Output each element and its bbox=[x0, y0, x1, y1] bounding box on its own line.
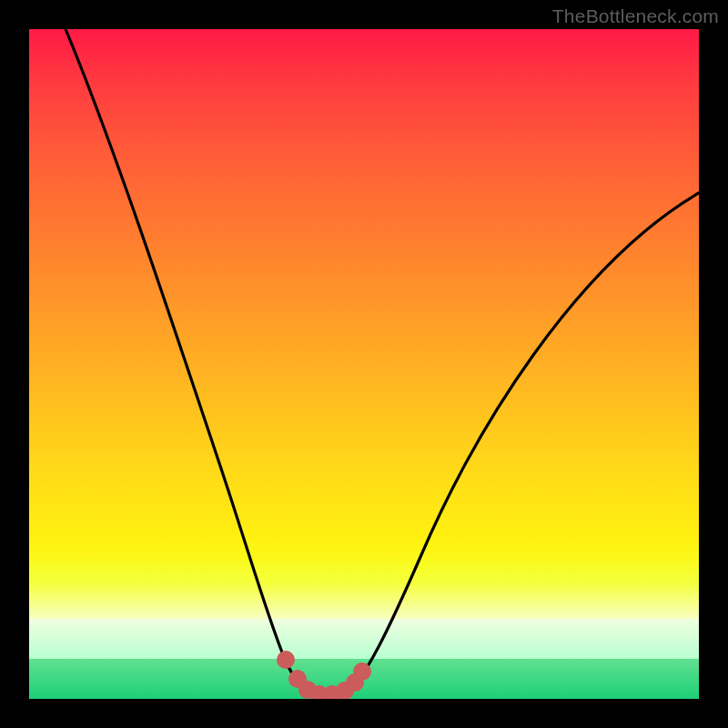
marker-dot bbox=[277, 651, 295, 669]
watermark-text: TheBottleneck.com bbox=[552, 5, 719, 27]
marker-dot bbox=[353, 662, 371, 681]
chart-frame: TheBottleneck.com bbox=[0, 0, 728, 728]
bottleneck-floor-markers bbox=[277, 651, 371, 699]
bottleneck-curve bbox=[66, 29, 699, 694]
curve-layer bbox=[29, 29, 699, 699]
plot-area bbox=[29, 29, 699, 699]
